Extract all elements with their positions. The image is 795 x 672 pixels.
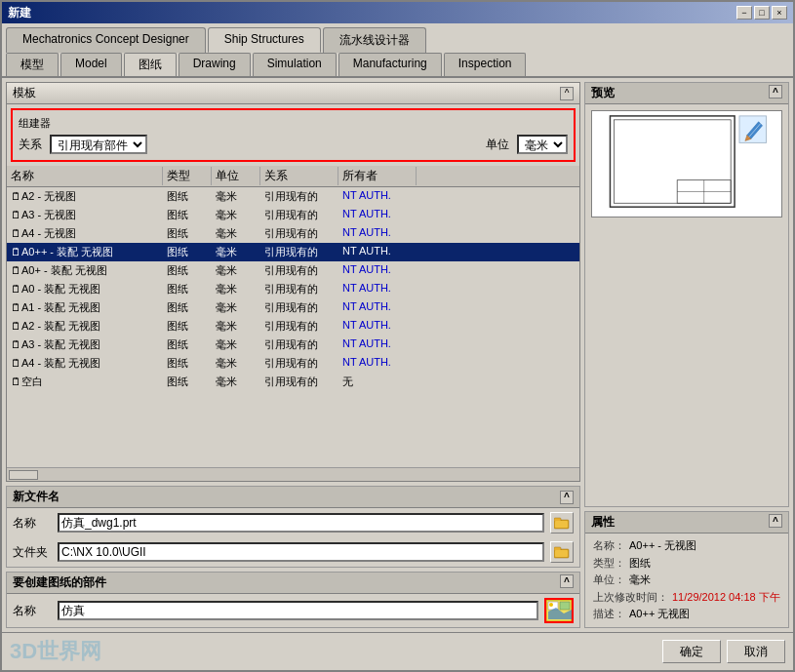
table-row[interactable]: 🗒 A2 - 装配 无视图 图纸 毫米 引用现有的 NT AUTH. — [7, 317, 579, 336]
new-file-title: 新文件名 — [13, 489, 60, 505]
folder-input[interactable] — [58, 542, 544, 562]
prop-unit-row: 单位： 毫米 — [593, 572, 780, 589]
image-icon — [546, 600, 572, 621]
svg-rect-2 — [555, 521, 568, 528]
folder-folder-button[interactable] — [550, 541, 574, 563]
prop-name-val: A0++ - 无视图 — [629, 537, 696, 555]
main-window: 新建 − □ × Mechatronics Concept Designer S… — [0, 0, 795, 672]
title-bar: 新建 − □ × — [2, 2, 793, 23]
preview-title: 预览 — [591, 85, 615, 101]
template-title: 模板 — [13, 85, 36, 101]
window-controls: − □ × — [736, 6, 787, 20]
prop-modified-row: 上次修改时间： 11/29/2012 04:18 下午 — [593, 589, 780, 607]
tab-model-en[interactable]: Model — [60, 53, 122, 76]
tab-inspection[interactable]: Inspection — [444, 53, 527, 76]
prop-type-val: 图纸 — [629, 555, 651, 573]
tab-model-cn[interactable]: 模型 — [6, 53, 59, 76]
part-name-input[interactable] — [58, 601, 538, 620]
table-row[interactable]: 🗒 A0+ - 装配 无视图 图纸 毫米 引用现有的 NT AUTH. — [7, 261, 579, 280]
new-file-header: 新文件名 ^ — [7, 487, 579, 508]
part-content: 名称 — [7, 594, 579, 627]
left-panel: 模板 ^ 组建器 关系 引用现有部件 单位 — [6, 82, 580, 628]
tab-manufacturing[interactable]: Manufacturing — [338, 53, 442, 76]
tab-drawing-cn[interactable]: 图纸 — [124, 53, 177, 76]
preview-drawing — [592, 111, 781, 217]
properties-header: 属性 ^ — [585, 512, 788, 534]
name-folder-button[interactable] — [550, 512, 574, 534]
bottom-sections: 新文件名 ^ 名称 — [6, 486, 580, 628]
horizontal-scrollbar[interactable] — [7, 467, 579, 481]
folder-icon — [554, 516, 570, 530]
template-inner: 组建器 关系 引用现有部件 单位 毫米 英寸 — [7, 104, 579, 481]
prop-desc-val: A0++ 无视图 — [629, 606, 690, 623]
table-row[interactable]: 🗒 A1 - 装配 无视图 图纸 毫米 引用现有的 NT AUTH. — [7, 298, 579, 317]
prop-type-row: 类型： 图纸 — [593, 555, 780, 573]
unit-label: 单位 — [486, 137, 509, 153]
table-body[interactable]: 🗒 A2 - 无视图 图纸 毫米 引用现有的 NT AUTH. 🗒 A3 - 无… — [7, 187, 579, 467]
part-name-label: 名称 — [13, 603, 52, 619]
name-label: 名称 — [13, 515, 52, 532]
tab-mechatronics[interactable]: Mechatronics Concept Designer — [6, 27, 206, 53]
prop-unit-val: 毫米 — [629, 572, 651, 589]
top-tab-bar: Mechatronics Concept Designer Ship Struc… — [2, 23, 793, 53]
maximize-button[interactable]: □ — [754, 6, 770, 20]
prop-modified-val: 11/29/2012 04:18 下午 — [672, 589, 780, 607]
table-header: 名称 类型 单位 关系 所有者 — [7, 166, 579, 187]
table-row[interactable]: 🗒 A0 - 装配 无视图 图纸 毫米 引用现有的 NT AUTH. — [7, 280, 579, 298]
col-owner: 所有者 — [338, 167, 417, 185]
table-row[interactable]: 🗒 A2 - 无视图 图纸 毫米 引用现有的 NT AUTH. — [7, 187, 579, 206]
folder-icon-2 — [554, 545, 570, 559]
prop-modified-key: 上次修改时间： — [593, 589, 668, 607]
svg-rect-5 — [555, 550, 568, 557]
part-title: 要创建图纸的部件 — [13, 574, 106, 591]
table-row[interactable]: 🗒 A4 - 无视图 图纸 毫米 引用现有的 NT AUTH. — [7, 224, 579, 243]
part-section: 要创建图纸的部件 ^ 名称 — [6, 572, 580, 628]
minimize-button[interactable]: − — [736, 6, 752, 20]
part-image-button[interactable] — [544, 598, 574, 623]
folder-label: 文件夹 — [13, 544, 52, 561]
table-row[interactable]: 🗒 空白 图纸 毫米 引用现有的 无 — [7, 373, 579, 391]
table-row-selected[interactable]: 🗒 A0++ - 装配 无视图 图纸 毫米 引用现有的 NT AUTH. — [7, 243, 579, 261]
part-header: 要创建图纸的部件 ^ — [7, 573, 579, 594]
tab-drawing-en[interactable]: Drawing — [179, 53, 251, 76]
designer-label: 组建器 — [19, 116, 568, 131]
preview-header: 预览 ^ — [585, 83, 788, 104]
tab-ship-structures[interactable]: Ship Structures — [208, 27, 321, 53]
properties-title: 属性 — [591, 514, 615, 531]
prop-desc-row: 描述： A0++ 无视图 — [593, 606, 780, 623]
preview-section: 预览 ^ — [584, 82, 789, 507]
template-section: 模板 ^ 组建器 关系 引用现有部件 单位 — [6, 82, 580, 482]
folder-row: 文件夹 — [7, 537, 579, 567]
table-row[interactable]: 🗒 A3 - 无视图 图纸 毫米 引用现有的 NT AUTH. — [7, 206, 579, 224]
part-collapse-btn[interactable]: ^ — [560, 574, 574, 588]
main-content: 模板 ^ 组建器 关系 引用现有部件 单位 — [2, 78, 793, 632]
relation-label: 关系 — [19, 137, 42, 153]
new-file-collapse-btn[interactable]: ^ — [560, 491, 574, 504]
template-collapse-btn[interactable]: ^ — [560, 87, 574, 100]
name-input[interactable] — [58, 513, 544, 533]
bottom-bar: 3D世界网 确定 取消 — [2, 632, 793, 670]
scroll-thumb[interactable] — [9, 470, 38, 480]
prop-name-key: 名称： — [593, 537, 625, 555]
table-row[interactable]: 🗒 A4 - 装配 无视图 图纸 毫米 引用现有的 NT AUTH. — [7, 354, 579, 373]
col-unit: 单位 — [212, 167, 260, 185]
prop-name-row: 名称： A0++ - 无视图 — [593, 537, 780, 555]
ok-button[interactable]: 确定 — [662, 640, 721, 663]
template-header: 模板 ^ — [7, 83, 579, 104]
close-button[interactable]: × — [772, 6, 787, 20]
prop-unit-key: 单位： — [593, 572, 625, 589]
properties-collapse-btn[interactable]: ^ — [769, 514, 782, 528]
table-row[interactable]: 🗒 A3 - 装配 无视图 图纸 毫米 引用现有的 NT AUTH. — [7, 336, 579, 354]
col-relation: 关系 — [260, 167, 338, 185]
relation-dropdown[interactable]: 引用现有部件 — [50, 135, 147, 154]
unit-dropdown[interactable]: 毫米 英寸 — [517, 135, 568, 154]
name-row: 名称 — [7, 508, 579, 537]
tab-pipeline-designer[interactable]: 流水线设计器 — [323, 27, 426, 53]
preview-collapse-btn[interactable]: ^ — [769, 85, 782, 99]
new-file-section: 新文件名 ^ 名称 — [6, 486, 580, 568]
cancel-button[interactable]: 取消 — [727, 640, 785, 663]
properties-section: 属性 ^ 名称： A0++ - 无视图 类型： 图纸 单位： 毫米 — [584, 511, 789, 628]
properties-content: 名称： A0++ - 无视图 类型： 图纸 单位： 毫米 上次修改时间： 11/… — [585, 534, 788, 627]
tab-simulation[interactable]: Simulation — [253, 53, 337, 76]
preview-canvas — [591, 110, 782, 217]
